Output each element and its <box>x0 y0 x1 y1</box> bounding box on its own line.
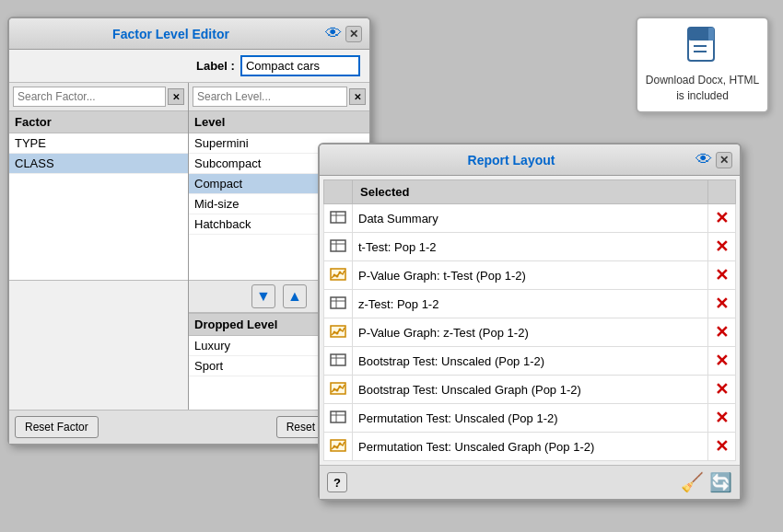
delete-row-icon[interactable]: ✕ <box>715 209 729 227</box>
table-row-icon <box>330 211 346 224</box>
row-icon-7 <box>324 404 353 433</box>
report-close-icon[interactable]: ✕ <box>716 152 732 168</box>
factor-panel: ✕ Factor TYPE CLASS <box>9 83 189 410</box>
factor-level-editor-window: Factor Level Editor 👁 ✕ Label : ✕ Factor… <box>7 17 371 445</box>
graph-row-icon <box>330 268 346 281</box>
row-icon-4 <box>324 318 353 347</box>
row-icon-2 <box>324 261 353 290</box>
report-titlebar-right: 👁 ✕ <box>695 150 732 169</box>
svg-rect-2 <box>708 28 714 40</box>
table-row-icon <box>330 411 346 423</box>
svg-point-27 <box>336 388 339 391</box>
svg-point-19 <box>333 330 336 333</box>
row-icon-6 <box>324 376 353 404</box>
report-eye-icon[interactable]: 👁 <box>695 150 712 169</box>
report-row-delete-6[interactable]: ✕ <box>708 376 736 404</box>
delete-row-icon[interactable]: ✕ <box>715 295 729 313</box>
report-row-label-4[interactable]: P-Value Graph: z-Test (Pop 1-2) <box>353 318 708 347</box>
report-row-delete-7[interactable]: ✕ <box>708 404 736 433</box>
broom-icon[interactable]: 🧹 <box>681 471 704 493</box>
row-icon-5 <box>324 347 353 376</box>
report-table-row: z-Test: Pop 1-2✕ <box>324 290 736 318</box>
search-factor-input[interactable] <box>13 87 166 107</box>
graph-row-icon <box>330 439 346 452</box>
report-row-delete-4[interactable]: ✕ <box>708 318 736 347</box>
level-move-down-button[interactable]: ▼ <box>251 284 275 308</box>
arrow-up-icon: ▲ <box>287 288 302 305</box>
svg-rect-5 <box>331 212 345 223</box>
report-table-row: Bootstrap Test: Unscaled Graph (Pop 1-2)… <box>324 376 736 404</box>
download-box[interactable]: Download Docx, HTML is included <box>636 17 769 113</box>
report-row-delete-2[interactable]: ✕ <box>708 261 736 290</box>
report-layout-titlebar: Report Layout 👁 ✕ <box>320 145 740 176</box>
report-table-row: Bootstrap Test: Unscaled (Pop 1-2)✕ <box>324 347 736 376</box>
factor-search-bar: ✕ <box>9 83 188 111</box>
delete-row-icon[interactable]: ✕ <box>715 437 729 456</box>
report-row-label-0[interactable]: Data Summary <box>353 204 708 233</box>
table-row-icon <box>330 353 346 366</box>
report-table-row: Permutation Test: Unscaled (Pop 1-2)✕ <box>324 404 736 433</box>
table-row-icon <box>330 239 346 252</box>
delete-row-icon[interactable]: ✕ <box>715 352 729 370</box>
download-text: Download Docx, HTML is included <box>645 73 760 104</box>
factor-item-class[interactable]: CLASS <box>9 154 188 174</box>
graph-row-icon <box>330 325 346 338</box>
label-area: Label : <box>9 50 369 83</box>
search-level-input[interactable] <box>193 87 347 107</box>
delete-row-icon[interactable]: ✕ <box>715 237 729 256</box>
report-row-delete-0[interactable]: ✕ <box>708 204 736 233</box>
editor-body: ✕ Factor TYPE CLASS ✕ Level Supermini Su… <box>9 83 369 410</box>
svg-rect-15 <box>331 297 345 308</box>
report-row-label-7[interactable]: Permutation Test: Unscaled (Pop 1-2) <box>353 404 708 433</box>
report-row-delete-3[interactable]: ✕ <box>708 290 736 318</box>
reset-factor-button[interactable]: Reset Factor <box>15 416 99 438</box>
report-table: Selected Data Summary✕ t-Test: Pop 1-2✕ … <box>323 179 736 461</box>
factor-level-editor-titlebar: Factor Level Editor 👁 ✕ <box>9 18 369 50</box>
delete-col-header <box>708 180 736 204</box>
report-row-delete-1[interactable]: ✕ <box>708 233 736 261</box>
report-row-label-5[interactable]: Bootstrap Test: Unscaled (Pop 1-2) <box>353 347 708 376</box>
report-table-row: t-Test: Pop 1-2✕ <box>324 233 736 261</box>
label-input[interactable] <box>240 55 360 76</box>
factor-item-type[interactable]: TYPE <box>9 133 188 154</box>
search-factor-clear[interactable]: ✕ <box>168 88 184 105</box>
footer-icons: 🧹 🔄 <box>681 471 732 493</box>
label-field-label: Label : <box>196 59 235 73</box>
close-icon[interactable]: ✕ <box>345 26 362 42</box>
search-level-clear[interactable]: ✕ <box>349 88 366 105</box>
delete-row-icon[interactable]: ✕ <box>715 380 729 399</box>
report-layout-window: Report Layout 👁 ✕ Selected Data Summary✕ <box>318 143 742 501</box>
table-row-icon <box>330 296 346 309</box>
report-row-label-8[interactable]: Permutation Test: Unscaled Graph (Pop 1-… <box>353 433 708 461</box>
icon-col-header <box>324 180 353 204</box>
eye-icon[interactable]: 👁 <box>325 24 342 43</box>
svg-point-13 <box>336 274 339 277</box>
titlebar-right-controls: 👁 ✕ <box>325 24 362 43</box>
report-row-delete-8[interactable]: ✕ <box>708 433 736 461</box>
svg-point-34 <box>336 445 339 448</box>
svg-rect-29 <box>331 411 345 422</box>
svg-point-26 <box>333 387 336 390</box>
delete-row-icon[interactable]: ✕ <box>715 323 729 341</box>
svg-rect-8 <box>331 240 345 251</box>
row-icon-8 <box>324 433 353 461</box>
report-table-row: Data Summary✕ <box>324 204 736 233</box>
report-table-row: Permutation Test: Unscaled Graph (Pop 1-… <box>324 433 736 461</box>
arrow-down-icon: ▼ <box>256 288 271 305</box>
refresh-icon[interactable]: 🔄 <box>709 471 732 493</box>
delete-row-icon[interactable]: ✕ <box>715 409 729 427</box>
report-row-label-6[interactable]: Bootstrap Test: Unscaled Graph (Pop 1-2) <box>353 376 708 404</box>
report-footer: ? 🧹 🔄 <box>320 465 740 499</box>
help-button[interactable]: ? <box>327 472 347 492</box>
report-row-label-2[interactable]: P-Value Graph: t-Test (Pop 1-2) <box>353 261 708 290</box>
selected-col-header: Selected <box>353 180 708 204</box>
level-move-up-button[interactable]: ▲ <box>283 284 307 308</box>
svg-point-33 <box>333 445 336 447</box>
report-row-delete-5[interactable]: ✕ <box>708 347 736 376</box>
svg-point-20 <box>336 331 339 334</box>
row-icon-0 <box>324 204 353 233</box>
delete-row-icon[interactable]: ✕ <box>715 266 729 284</box>
report-row-label-1[interactable]: t-Test: Pop 1-2 <box>353 233 708 261</box>
report-table-row: P-Value Graph: z-Test (Pop 1-2)✕ <box>324 318 736 347</box>
report-row-label-3[interactable]: z-Test: Pop 1-2 <box>353 290 708 318</box>
